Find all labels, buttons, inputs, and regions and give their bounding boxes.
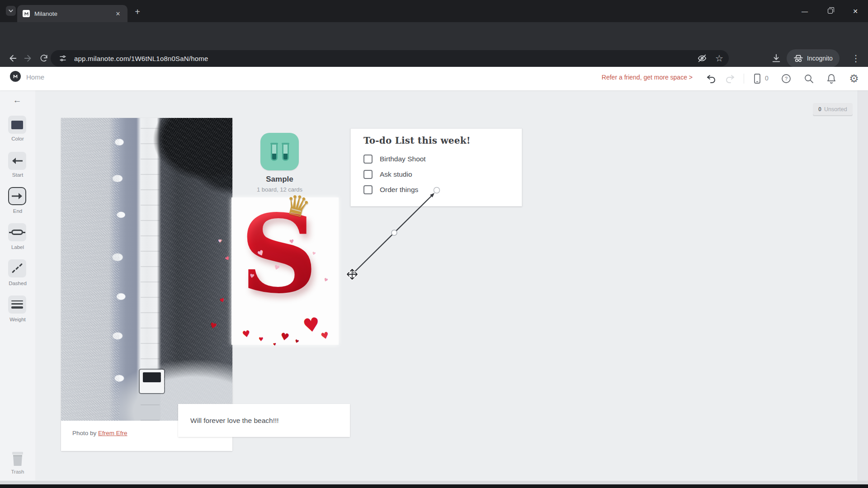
tool-dashed-label: Dashed: [0, 281, 35, 286]
notifications-button[interactable]: [826, 73, 837, 84]
undo-button[interactable]: [705, 73, 717, 84]
chevron-down-icon: [8, 8, 14, 14]
vertical-scrollbar[interactable]: [858, 90, 868, 481]
todo-item-label[interactable]: Birthday Shoot: [380, 155, 426, 163]
redo-button[interactable]: [724, 73, 736, 84]
help-button[interactable]: ?: [780, 73, 792, 84]
window-close-button[interactable]: ✕: [843, 0, 868, 22]
browser-menu-button[interactable]: ⋮: [848, 51, 863, 66]
restore-icon: [828, 9, 833, 14]
image-card[interactable]: Photo by Efrem Efre: [61, 118, 232, 451]
color-swatch-icon: [11, 121, 23, 129]
photo-credit-link[interactable]: Efrem Efre: [98, 430, 127, 436]
download-icon: [771, 53, 781, 63]
heart-icon: ♥: [218, 239, 222, 244]
reload-icon: [39, 54, 48, 63]
redo-icon: [725, 73, 736, 84]
board-name[interactable]: Sample: [238, 175, 321, 184]
test-tube-icon: [282, 143, 289, 161]
device-count: 0: [765, 75, 769, 82]
tool-weight-button[interactable]: [8, 296, 26, 314]
mobile-app-button[interactable]: [751, 73, 763, 84]
new-tab-button[interactable]: +: [132, 6, 143, 17]
bookmark-star-icon[interactable]: ☆: [715, 53, 723, 64]
todo-row: Ask studio: [363, 169, 412, 179]
unsorted-badge[interactable]: 0 Unsorted: [813, 103, 853, 115]
todo-title: To-do List this week!: [363, 135, 471, 146]
browser-forward-button[interactable]: [21, 51, 36, 66]
tab-close-icon[interactable]: ✕: [114, 9, 122, 18]
edit-sidebar: [0, 90, 35, 488]
undo-icon: [706, 73, 717, 84]
refer-friend-link[interactable]: Refer a friend, get more space >: [602, 74, 693, 81]
arrow-right-icon: [11, 192, 23, 200]
arrow-end-handle[interactable]: [434, 188, 440, 193]
note-card[interactable]: Will forever love the beach!!!: [178, 404, 350, 437]
photo-caption: Photo by Efrem Efre: [72, 430, 127, 436]
tool-label-button[interactable]: [8, 223, 26, 241]
line-weight-icon: [11, 300, 23, 309]
browser-reload-button[interactable]: [36, 51, 52, 66]
incognito-icon: [793, 54, 803, 63]
heart-icon: ♥: [279, 331, 290, 343]
heart-icon: ♥: [294, 339, 300, 344]
arrow-connector[interactable]: [343, 182, 447, 286]
horizontal-scrollbar[interactable]: [0, 481, 868, 484]
window-minimize-button[interactable]: —: [792, 0, 817, 22]
screen: Milanote ✕ + — ✕ app.milanote.com/1W6tNL…: [0, 0, 868, 488]
address-bar[interactable]: app.milanote.com/1W6tNL1o8n0SaN/home ☆: [51, 50, 729, 66]
heart-icon: ♥: [249, 273, 255, 279]
tab-title: Milanote: [34, 10, 114, 17]
heart-icon: ♥: [289, 239, 295, 245]
heart-icon: ♥: [273, 343, 276, 347]
todo-row: Birthday Shoot: [363, 154, 426, 164]
tool-dashed-button[interactable]: [8, 259, 26, 277]
heart-icon: ♥: [302, 315, 321, 336]
tool-weight-label: Weight: [0, 317, 35, 322]
window-bottom-edge: [0, 484, 868, 488]
trash-label: Trash: [0, 469, 35, 474]
note-text: Will forever love the beach!!!: [190, 417, 279, 425]
bell-icon: [826, 73, 837, 84]
tab-search-button[interactable]: [6, 6, 16, 16]
sidebar-back-button[interactable]: ←: [11, 95, 24, 106]
url-text[interactable]: app.milanote.com/1W6tNL1o8n0SaN/home: [74, 55, 208, 62]
download-button[interactable]: [769, 51, 784, 66]
trash-icon: [10, 450, 25, 467]
todo-item-label[interactable]: Ask studio: [380, 170, 412, 178]
beach-aerial-photo: [61, 118, 232, 421]
checkbox-unchecked[interactable]: [363, 170, 373, 179]
tool-start-button[interactable]: [8, 152, 26, 170]
browser-toolbar: app.milanote.com/1W6tNL1o8n0SaN/home ☆ I…: [0, 22, 868, 67]
tool-color-button[interactable]: [8, 116, 26, 134]
settings-button[interactable]: ⚙: [848, 73, 860, 84]
browser-tabstrip: Milanote ✕ + — ✕: [0, 0, 868, 22]
tool-label-label: Label: [0, 244, 35, 250]
checkbox-unchecked[interactable]: [363, 155, 373, 164]
arrow-left-icon: [11, 157, 23, 164]
heart-icon: ♥: [241, 329, 251, 339]
password-eye-off-icon[interactable]: [697, 53, 707, 63]
letter-s-sticker[interactable]: S ♛ ♥♥♥♥♥♥♥♥♥♥♥♥♥♥♥♥♥: [231, 197, 339, 345]
trash-dropzone[interactable]: Trash: [0, 450, 35, 474]
tool-end-button[interactable]: [8, 187, 26, 205]
arrow-mid-handle[interactable]: [392, 230, 397, 235]
test-tube-icon: [271, 143, 278, 161]
window-restore-button[interactable]: [817, 0, 843, 22]
forward-arrow-icon: [24, 53, 33, 63]
board-tile-sample[interactable]: [260, 133, 299, 170]
header-divider: [744, 74, 744, 84]
site-info-icon[interactable]: [58, 54, 68, 62]
browser-back-button[interactable]: [5, 51, 20, 66]
browser-tab-milanote[interactable]: Milanote ✕: [17, 5, 127, 22]
vehicle-on-pier: [140, 370, 164, 393]
board-title-home: Home: [26, 73, 44, 81]
incognito-label: Incognito: [807, 55, 833, 62]
search-button[interactable]: [803, 73, 815, 84]
unsorted-count: 0: [818, 106, 821, 113]
tool-color-label: Color: [0, 136, 35, 141]
tool-start-label: Start: [0, 172, 35, 178]
milanote-logo-icon[interactable]: [10, 71, 21, 82]
milanote-header: Home Refer a friend, get more space > 0 …: [0, 67, 868, 90]
incognito-badge[interactable]: Incognito: [787, 49, 840, 67]
